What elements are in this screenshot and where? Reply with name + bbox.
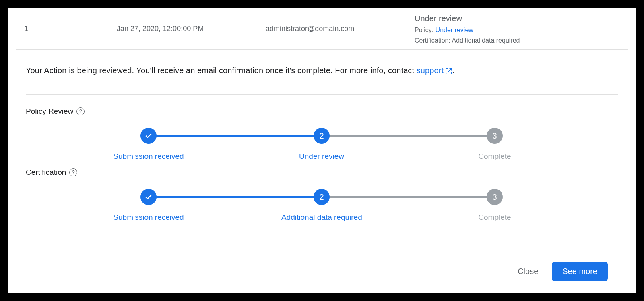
policy-step-2-label: Under review [281, 152, 362, 161]
status-title: Under review [415, 12, 618, 25]
policy-step-2: 2 Under review [281, 128, 362, 161]
policy-status-link[interactable]: Under review [436, 27, 473, 33]
check-icon [140, 189, 157, 205]
support-link[interactable]: support [417, 66, 444, 75]
certification-value: Additional data required [452, 37, 520, 44]
policy-review-stepper: Submission received 2 Under review 3 Com… [26, 128, 543, 144]
review-message: Your Action is being reviewed. You'll re… [26, 66, 618, 75]
certification-stepper: Submission received 2 Additional data re… [26, 189, 543, 205]
policy-step-3: 3 Complete [454, 128, 535, 161]
certification-status-line: Certification: Additional data required [415, 35, 618, 46]
submission-email: administrator@domain.com [266, 25, 415, 33]
certification-title: Certification ? [26, 168, 618, 177]
policy-label: Policy: [415, 27, 433, 33]
cert-step-2-label: Additional data required [281, 213, 362, 222]
message-text-after: . [452, 66, 455, 75]
cert-step-2: 2 Additional data required [281, 189, 362, 222]
submission-row[interactable]: 1 Jan 27, 2020, 12:00:00 PM administrato… [8, 8, 636, 49]
step-bullet-2: 2 [314, 189, 330, 205]
cert-step-1-label: Submission received [108, 213, 189, 222]
cert-step-3: 3 Complete [454, 189, 535, 222]
message-text-before: Your Action is being reviewed. You'll re… [26, 66, 417, 75]
certification-title-text: Certification [26, 168, 66, 177]
close-button[interactable]: Close [518, 267, 538, 276]
cert-step-3-label: Complete [454, 213, 535, 222]
policy-review-title-text: Policy Review [26, 107, 73, 116]
dialog-footer: Close See more [518, 262, 608, 281]
external-link-icon [445, 68, 452, 75]
policy-step-1: Submission received [108, 128, 189, 161]
policy-step-1-label: Submission received [108, 152, 189, 161]
cert-step-1: Submission received [108, 189, 189, 222]
policy-review-title: Policy Review ? [26, 107, 618, 116]
submission-number: 1 [24, 25, 117, 33]
step-bullet-3: 3 [487, 189, 503, 205]
policy-step-3-label: Complete [454, 152, 535, 161]
policy-status-line: Policy: Under review [415, 25, 618, 35]
help-icon[interactable]: ? [69, 168, 77, 176]
step-bullet-2: 2 [314, 128, 330, 144]
submission-date: Jan 27, 2020, 12:00:00 PM [117, 25, 266, 33]
section-divider [26, 94, 618, 95]
submission-status: Under review Policy: Under review Certif… [415, 12, 618, 45]
certification-label: Certification: [415, 37, 450, 44]
step-bullet-3: 3 [487, 128, 503, 144]
check-icon [140, 128, 157, 144]
help-icon[interactable]: ? [76, 107, 85, 115]
see-more-button[interactable]: See more [552, 262, 608, 281]
